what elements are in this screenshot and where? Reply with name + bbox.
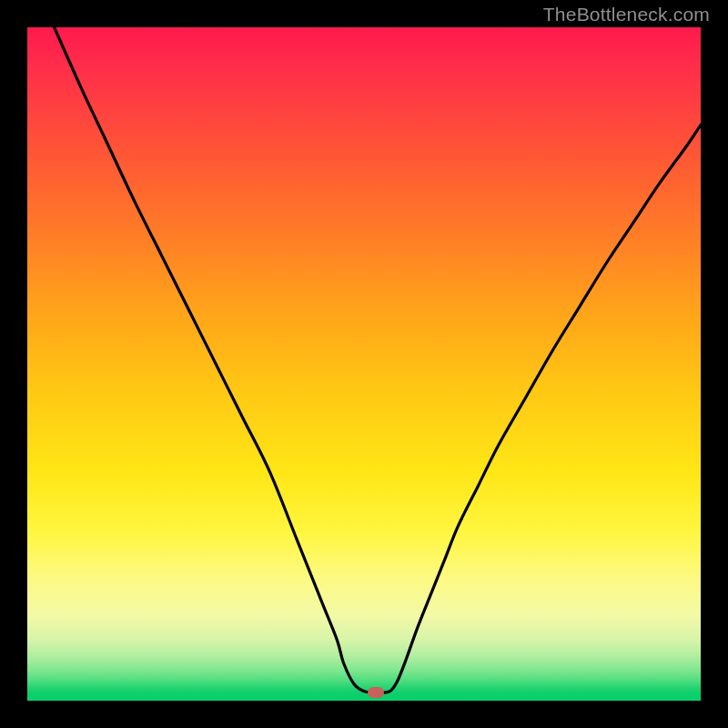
chart-frame: TheBottleneck.com (0, 0, 728, 728)
watermark-text: TheBottleneck.com (543, 4, 710, 25)
bottleneck-curve (55, 27, 701, 693)
curve-svg (27, 27, 701, 701)
bottleneck-marker (368, 687, 384, 698)
plot-area (27, 27, 701, 701)
